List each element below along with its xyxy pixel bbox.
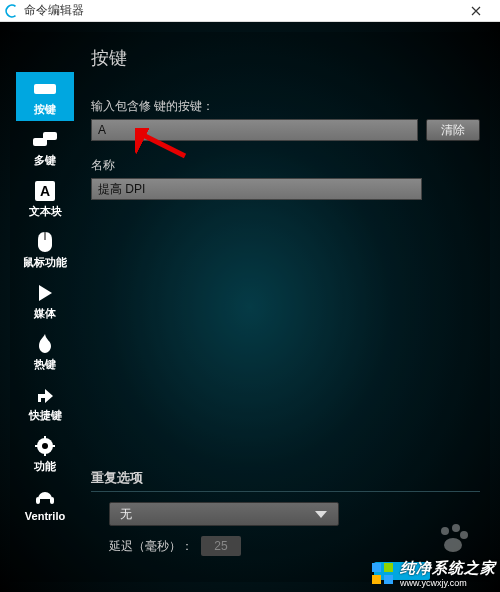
svg-point-7 (42, 443, 48, 449)
svg-point-15 (452, 524, 460, 532)
clear-button[interactable]: 清除 (426, 119, 480, 141)
sidebar-item-keystroke[interactable]: 按键 (16, 72, 74, 121)
svg-text:A: A (40, 183, 50, 199)
watermark-brand: 纯净系统之家 (400, 559, 496, 578)
sidebar-item-mouse[interactable]: 鼠标功能 (16, 225, 74, 274)
svg-rect-13 (50, 497, 54, 504)
svg-rect-0 (34, 84, 56, 94)
sidebar-item-multikey[interactable]: 多键 (16, 123, 74, 172)
svg-point-16 (460, 531, 468, 539)
svg-rect-21 (384, 575, 393, 584)
repeat-title: 重复选项 (91, 469, 480, 487)
svg-rect-8 (44, 436, 46, 440)
chevron-down-icon (314, 509, 328, 523)
headset-icon (31, 486, 59, 508)
mouse-icon (31, 231, 59, 253)
sidebar-item-label: 媒体 (34, 306, 56, 321)
name-input[interactable]: 提高 DPI (91, 178, 422, 200)
sidebar-item-function[interactable]: 功能 (16, 429, 74, 478)
repeat-select-value: 无 (120, 506, 132, 523)
separator (91, 491, 480, 492)
sidebar-item-label: Ventrilo (25, 510, 65, 522)
keystroke-input[interactable]: A (91, 119, 418, 141)
sidebar-item-label: 鼠标功能 (23, 255, 67, 270)
window-title: 命令编辑器 (24, 2, 456, 19)
svg-point-17 (444, 538, 462, 552)
sidebar-item-ventrilo[interactable]: Ventrilo (16, 480, 74, 526)
keystroke-label: 输入包含修 键的按键： (85, 82, 480, 119)
sidebar-item-label: 文本块 (29, 204, 62, 219)
multikey-icon (31, 129, 59, 151)
sidebar-item-label: 多键 (34, 153, 56, 168)
svg-rect-18 (372, 563, 381, 572)
logitech-logo-icon (4, 3, 20, 19)
play-icon (31, 282, 59, 304)
name-label: 名称 (85, 141, 480, 178)
sidebar-item-label: 功能 (34, 459, 56, 474)
sidebar-item-label: 按键 (34, 102, 56, 117)
sidebar-item-label: 热键 (34, 357, 56, 372)
repeat-select[interactable]: 无 (109, 502, 339, 526)
sidebar-item-media[interactable]: 媒体 (16, 276, 74, 325)
flame-icon (31, 333, 59, 355)
repeat-options: 重复选项 无 延迟（毫秒）： 25 (91, 469, 480, 556)
delay-input[interactable]: 25 (201, 536, 241, 556)
sidebar-item-hotkey[interactable]: 热键 (16, 327, 74, 376)
watermark: 纯净系统之家 www.ycwxjy.com (370, 559, 496, 588)
sidebar-item-shortcut[interactable]: 快捷键 (16, 378, 74, 427)
svg-rect-10 (35, 445, 39, 447)
textblock-icon: A (31, 180, 59, 202)
svg-rect-9 (44, 452, 46, 456)
keystroke-icon (31, 78, 59, 100)
svg-point-14 (441, 527, 449, 535)
close-button[interactable] (456, 1, 496, 21)
delay-label: 延迟（毫秒）： (109, 538, 193, 555)
svg-rect-19 (384, 563, 393, 572)
sidebar-item-label: 快捷键 (29, 408, 62, 423)
titlebar: 命令编辑器 (0, 0, 500, 22)
svg-rect-20 (372, 575, 381, 584)
watermark-url: www.ycwxjy.com (400, 578, 496, 588)
sidebar-item-textblock[interactable]: A 文本块 (16, 174, 74, 223)
svg-rect-12 (36, 497, 40, 504)
paw-watermark-icon (436, 522, 470, 556)
watermark-logo-icon (370, 561, 396, 587)
sidebar: 按键 多键 A 文本块 (16, 72, 74, 526)
gear-icon (31, 435, 59, 457)
svg-rect-11 (51, 445, 55, 447)
close-icon (471, 6, 481, 16)
page-title: 按键 (85, 40, 480, 82)
svg-rect-2 (43, 132, 57, 140)
main-panel: 按键 输入包含修 键的按键： A 清除 名称 提高 DPI 重复选项 无 (85, 40, 480, 574)
shortcut-icon (31, 384, 59, 406)
